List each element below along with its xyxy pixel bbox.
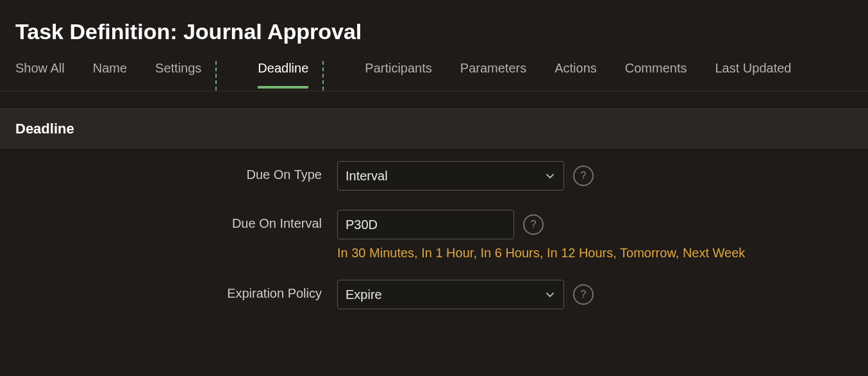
hint-12-hours[interactable]: In 12 Hours [547,246,613,260]
label-due-on-interval: Due On Interval [15,210,322,231]
tab-show-all[interactable]: Show All [15,61,65,87]
hint-6-hours[interactable]: In 6 Hours [481,246,540,260]
tab-name[interactable]: Name [93,61,127,87]
form-area: Due On Type Interval ? Due On Interval ?… [0,150,868,321]
hint-next-week[interactable]: Next Week [683,246,745,260]
hint-1-hour[interactable]: In 1 Hour [421,246,473,260]
tab-actions[interactable]: Actions [555,61,597,87]
row-due-on-interval: Due On Interval ? In 30 Minutes, In 1 Ho… [15,210,853,261]
input-due-on-interval[interactable] [337,210,514,239]
tab-settings[interactable]: Settings [155,61,201,87]
select-due-on-type-value: Interval [346,169,388,184]
select-due-on-type[interactable]: Interval [337,161,564,191]
row-due-on-type: Due On Type Interval ? [15,161,853,191]
page-title: Task Definition: Journal Approval [0,0,868,61]
chevron-down-icon [544,170,556,182]
select-expiration-policy[interactable]: Expire [337,280,564,309]
row-expiration-policy: Expiration Policy Expire ? [15,280,853,309]
interval-hints: In 30 Minutes, In 1 Hour, In 6 Hours, In… [337,246,745,261]
chevron-down-icon [544,289,556,300]
hint-30-minutes[interactable]: In 30 Minutes [337,246,414,260]
tab-comments[interactable]: Comments [625,61,687,87]
label-due-on-type: Due On Type [15,161,322,182]
label-expiration-policy: Expiration Policy [15,280,322,301]
tabs: Show All Name Settings Deadline Particip… [0,61,868,92]
hint-tomorrow[interactable]: Tomorrow [620,246,676,260]
select-expiration-policy-value: Expire [346,287,382,302]
tab-participants[interactable]: Participants [365,61,432,87]
section-header-deadline: Deadline [0,108,868,150]
tab-last-updated[interactable]: Last Updated [715,61,791,87]
tab-deadline[interactable]: Deadline [258,61,308,87]
tab-parameters[interactable]: Parameters [460,61,526,87]
help-icon-expiration-policy[interactable]: ? [573,284,594,305]
help-icon-due-on-type[interactable]: ? [573,166,594,186]
help-icon-due-on-interval[interactable]: ? [523,214,544,235]
